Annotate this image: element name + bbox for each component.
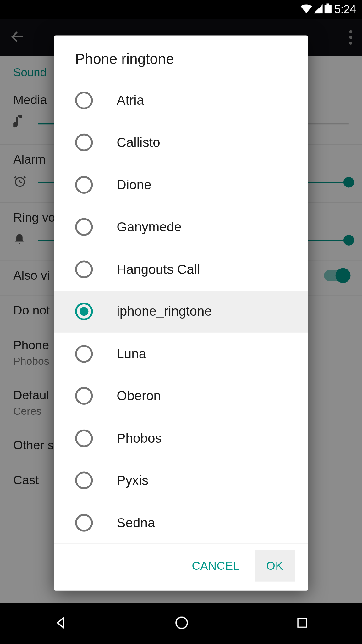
radio-icon bbox=[75, 514, 93, 531]
radio-icon bbox=[75, 387, 93, 405]
toggle-switch[interactable] bbox=[324, 270, 349, 281]
ringtone-label: Sedna bbox=[117, 515, 155, 530]
status-time: 5:24 bbox=[334, 3, 356, 16]
ringtone-option[interactable]: Hangouts Call bbox=[54, 248, 308, 290]
ringtone-label: iphone_ringtone bbox=[117, 304, 212, 319]
nav-home-icon[interactable] bbox=[174, 615, 189, 632]
nav-bar bbox=[0, 603, 362, 644]
ringtone-label: Pyxis bbox=[117, 473, 148, 488]
radio-icon bbox=[75, 176, 93, 193]
radio-icon bbox=[75, 260, 93, 278]
bell-icon bbox=[13, 233, 28, 248]
ringtone-option[interactable]: Phobos bbox=[54, 417, 308, 459]
ringtone-label: Phobos bbox=[117, 431, 162, 446]
radio-icon bbox=[75, 92, 93, 109]
ringtone-label: Luna bbox=[117, 346, 146, 361]
ringtone-label: Dione bbox=[117, 177, 151, 192]
music-note-icon bbox=[13, 115, 28, 132]
ringtone-option[interactable]: Oberon bbox=[54, 375, 308, 417]
nav-back-icon[interactable] bbox=[53, 615, 68, 632]
radio-icon bbox=[75, 218, 93, 236]
ringtone-option[interactable]: iphone_ringtone bbox=[54, 290, 308, 332]
ringtone-label: Ganymede bbox=[117, 219, 181, 235]
ringtone-label: Atria bbox=[117, 93, 144, 108]
svg-rect-0 bbox=[327, 3, 329, 5]
dialog-actions: CANCEL OK bbox=[54, 544, 308, 591]
alarm-clock-icon bbox=[13, 175, 28, 190]
wifi-icon bbox=[301, 3, 312, 16]
ringtone-option[interactable]: Sedna bbox=[54, 502, 308, 543]
ringtone-list[interactable]: AtriaCallistoDioneGanymedeHangouts Calli… bbox=[54, 79, 308, 543]
radio-icon bbox=[75, 345, 93, 363]
ringtone-option[interactable]: Luna bbox=[54, 333, 308, 375]
ringtone-label: Hangouts Call bbox=[117, 262, 200, 277]
ringtone-option[interactable]: Callisto bbox=[54, 121, 308, 164]
ringtone-label: Oberon bbox=[117, 388, 161, 403]
ringtone-option[interactable]: Pyxis bbox=[54, 459, 308, 502]
ringtone-label: Callisto bbox=[117, 135, 160, 150]
svg-rect-4 bbox=[298, 618, 307, 627]
radio-icon bbox=[75, 134, 93, 151]
dialog-title: Phone ringtone bbox=[54, 36, 308, 79]
ringtone-option[interactable]: Ganymede bbox=[54, 206, 308, 248]
battery-icon bbox=[325, 3, 332, 16]
ringtone-option[interactable]: Atria bbox=[54, 79, 308, 121]
cancel-button[interactable]: CANCEL bbox=[180, 550, 251, 582]
overflow-menu-icon[interactable] bbox=[349, 30, 352, 45]
ok-button[interactable]: OK bbox=[255, 550, 295, 582]
radio-icon bbox=[75, 303, 93, 320]
nav-recent-icon[interactable] bbox=[296, 616, 309, 631]
svg-point-3 bbox=[176, 617, 188, 629]
ringtone-dialog: Phone ringtone AtriaCallistoDioneGanymed… bbox=[54, 36, 308, 591]
ringtone-option[interactable]: Dione bbox=[54, 164, 308, 206]
radio-icon bbox=[75, 472, 93, 489]
radio-icon bbox=[75, 429, 93, 447]
svg-rect-1 bbox=[325, 5, 332, 13]
status-bar: 5:24 bbox=[0, 0, 362, 19]
back-icon[interactable] bbox=[10, 29, 26, 46]
signal-icon bbox=[314, 3, 323, 16]
